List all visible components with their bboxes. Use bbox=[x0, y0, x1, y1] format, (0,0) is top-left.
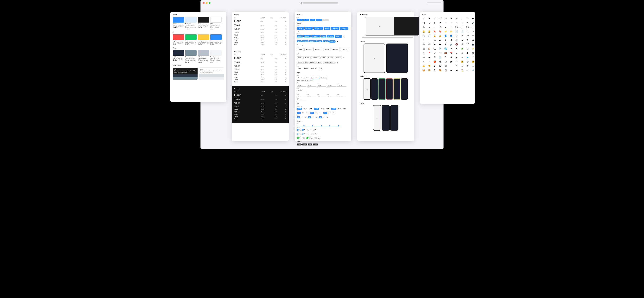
help-icon[interactable]: ? bbox=[461, 34, 464, 37]
button-icon-left[interactable]: ★Button bbox=[304, 35, 311, 38]
swap-v-icon[interactable]: ⇅ bbox=[466, 38, 469, 41]
slack-icon[interactable]: ✱ bbox=[450, 56, 452, 58]
button[interactable]: Button bbox=[320, 35, 326, 38]
button-icon-right[interactable]: ★Button bbox=[327, 35, 334, 38]
chat-dots-icon[interactable]: 💬 bbox=[472, 26, 474, 28]
text-button[interactable]: Button ★ bbox=[310, 68, 316, 70]
switch[interactable] bbox=[306, 137, 310, 139]
camera-icon[interactable]: 📷 bbox=[472, 43, 474, 46]
bell-outline-icon[interactable]: 🔔 bbox=[422, 30, 425, 33]
heart-outline-icon[interactable]: ♡ bbox=[466, 30, 469, 33]
rss-icon[interactable]: 📡 bbox=[439, 56, 442, 58]
check-circle-icon[interactable]: ● bbox=[428, 17, 430, 20]
text-field-icon[interactable]: Label bbox=[337, 94, 346, 97]
plus-icon[interactable]: + bbox=[450, 26, 452, 28]
tab[interactable]: Tab ★ bbox=[325, 108, 330, 110]
slider[interactable] bbox=[306, 126, 312, 126]
tab[interactable]: ★ bbox=[315, 116, 318, 118]
more-v-icon[interactable]: ⋮ bbox=[461, 17, 464, 20]
button-icon-only[interactable]: ★ bbox=[297, 52, 300, 54]
checkbox[interactable] bbox=[313, 129, 314, 130]
button-state[interactable]: Button bbox=[297, 19, 303, 21]
button-icon-only[interactable]: ★ bbox=[297, 30, 300, 33]
edit-icon[interactable]: ✎ bbox=[455, 64, 458, 67]
tab[interactable]: Tab ★ bbox=[342, 108, 347, 110]
pin-icon[interactable]: 📍 bbox=[428, 52, 430, 54]
dribbble-icon[interactable]: ◉ bbox=[439, 60, 442, 63]
text-field[interactable]: LabelCaption bbox=[317, 84, 326, 88]
button-icon-left[interactable]: ★Button bbox=[304, 56, 311, 59]
button[interactable]: Button bbox=[297, 62, 302, 64]
clock-icon[interactable]: 🕐 bbox=[428, 34, 430, 37]
menu-icon[interactable]: ☰ bbox=[472, 17, 474, 20]
button-icon-right[interactable]: Button★ bbox=[329, 62, 335, 64]
text-field[interactable]: Label bbox=[297, 94, 306, 97]
refresh-icon[interactable]: ↻ bbox=[466, 21, 469, 24]
user-icon[interactable]: 👤 bbox=[450, 34, 452, 37]
radio[interactable] bbox=[313, 133, 314, 135]
tab[interactable]: Tab bbox=[314, 112, 318, 114]
tab[interactable]: Tab ★ bbox=[337, 108, 342, 110]
button-icon-left[interactable]: ★Button bbox=[304, 48, 312, 51]
play-icon[interactable]: ▶ bbox=[439, 43, 442, 46]
tab[interactable]: Tab ★ bbox=[302, 108, 307, 110]
button[interactable]: Button bbox=[297, 35, 303, 38]
tab[interactable]: Tab bbox=[332, 112, 336, 114]
switch[interactable] bbox=[314, 137, 317, 139]
arrow-out-icon[interactable]: ↗ bbox=[433, 52, 436, 54]
face-wink-icon[interactable]: 😉 bbox=[472, 60, 474, 63]
slider[interactable] bbox=[314, 126, 321, 126]
triangle-left-icon[interactable]: ◀ bbox=[422, 21, 425, 24]
filter-icon[interactable]: ▽ bbox=[466, 47, 469, 50]
linkedin-sq-icon[interactable]: ▣ bbox=[450, 60, 452, 63]
triangle-right-icon[interactable]: ▶ bbox=[433, 21, 436, 24]
color-swatch[interactable]: PositiveRGBA (19, 206, 102, 100)HSL (147… bbox=[185, 34, 196, 46]
chevron-right-icon[interactable]: › bbox=[455, 21, 458, 24]
url-placeholder[interactable] bbox=[303, 2, 338, 4]
mic-icon[interactable]: 🎤 bbox=[472, 21, 474, 24]
chevron-up-icon[interactable]: ⌃ bbox=[450, 21, 452, 24]
button-dropdown[interactable]: ★Button▾ bbox=[314, 27, 323, 30]
color-swatch[interactable]: ActiveRGBA (45, 142, 255, 100)HSL (212, … bbox=[210, 34, 222, 46]
triangle-up-icon[interactable]: ▲ bbox=[428, 21, 430, 24]
bookmark-outline-icon[interactable]: 🔖 bbox=[433, 30, 436, 33]
checkbox[interactable]: ✓ bbox=[302, 129, 304, 130]
tab[interactable]: Tab ★ bbox=[308, 108, 313, 110]
search-icon[interactable]: 🔍 bbox=[472, 69, 474, 72]
text-field[interactable]: LabelCaption bbox=[327, 84, 336, 88]
color-swatch[interactable]: Pale GreyRGBA (240, 244, 247, 100)HSL (2… bbox=[210, 50, 222, 63]
google-icon[interactable]: G bbox=[472, 52, 474, 54]
text-field[interactable]: LabelCaption bbox=[297, 84, 306, 88]
checkbox[interactable] bbox=[308, 129, 309, 130]
face-neutral-icon[interactable]: 😐 bbox=[461, 60, 464, 63]
scan-icon[interactable]: ⊡ bbox=[444, 64, 447, 67]
button[interactable]: Button bbox=[297, 56, 303, 59]
briefcase-icon[interactable]: 💼 bbox=[444, 52, 447, 54]
check-icon[interactable]: ✓ bbox=[433, 17, 436, 20]
video-icon[interactable]: ▭ bbox=[439, 38, 442, 41]
cash-icon[interactable]: 💵 bbox=[461, 47, 464, 50]
color-swatch[interactable]: Light GreyRGBA (184, 193, 203, 100)HSL (… bbox=[198, 50, 209, 63]
button-icon-only[interactable]: ★ bbox=[342, 35, 345, 38]
text-field[interactable]: Label bbox=[307, 94, 316, 97]
button-state[interactable]: Visited bbox=[316, 19, 322, 21]
spotify-icon[interactable]: ◉ bbox=[455, 56, 458, 58]
home-icon[interactable]: 🏠 bbox=[428, 47, 430, 50]
check-double-icon[interactable]: ✓✓ bbox=[439, 17, 442, 20]
image-icon[interactable]: 🖼 bbox=[439, 64, 442, 67]
x-icon[interactable]: ✕ bbox=[455, 17, 458, 20]
switch[interactable] bbox=[297, 137, 300, 139]
plus-circle-outline-icon[interactable]: ⊕ bbox=[439, 26, 442, 28]
window-min-dot[interactable] bbox=[206, 2, 208, 4]
tab[interactable]: ★ bbox=[312, 116, 314, 118]
button-icon-left[interactable]: ★Button bbox=[302, 62, 308, 64]
tag-icon[interactable]: ◆ bbox=[461, 38, 464, 41]
alert-icon[interactable]: ! bbox=[428, 38, 430, 41]
button[interactable]: Button bbox=[317, 62, 322, 64]
fullscreen-icon[interactable]: ⛶ bbox=[466, 43, 469, 46]
cloud-icon[interactable]: ☁ bbox=[455, 69, 458, 72]
radio[interactable] bbox=[308, 133, 309, 135]
globe-icon[interactable]: 🌐 bbox=[444, 47, 447, 50]
color-swatch[interactable]: BlackRGBA (26, 26, 26, 100)HSL (0, 0, 10… bbox=[198, 17, 209, 30]
flag-icon[interactable]: ⚑ bbox=[455, 47, 458, 50]
